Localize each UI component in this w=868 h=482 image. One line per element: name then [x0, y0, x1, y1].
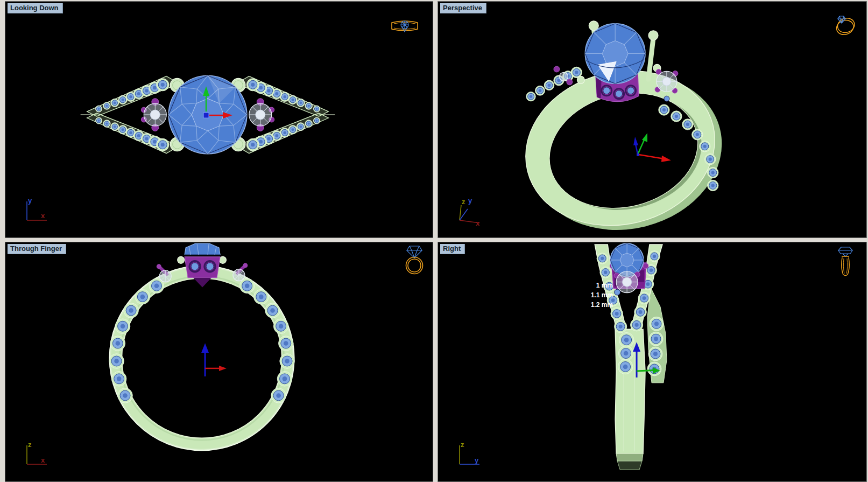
axis-indicator: z y: [453, 438, 491, 472]
side-stone-right[interactable]: [249, 99, 274, 131]
viewport-through-finger[interactable]: Through Finger z x: [5, 242, 433, 482]
ring-model-front-view[interactable]: [5, 242, 433, 481]
axis-label-z: z: [461, 441, 464, 449]
axis-label-x: x: [476, 219, 480, 227]
viewport-tab-looking-down[interactable]: Looking Down: [8, 3, 63, 13]
center-stone[interactable]: [185, 243, 220, 255]
dimension-label: 1.2 mm: [562, 302, 613, 309]
axis-label-x: x: [41, 456, 45, 464]
ring-model-top-view[interactable]: [5, 2, 433, 237]
viewport-tab-right[interactable]: Right: [440, 244, 465, 254]
center-stone[interactable]: [585, 24, 645, 83]
axis-label-y: y: [468, 197, 472, 205]
side-stone-left[interactable]: [141, 99, 166, 131]
axis-indicator: z y x: [453, 194, 491, 228]
dimension-label: 1.1 mm: [562, 292, 613, 299]
viewport-tab-perspective[interactable]: Perspective: [440, 3, 486, 13]
viewport-looking-down[interactable]: Looking Down y x: [5, 1, 433, 238]
viewport-perspective[interactable]: Perspective z y x: [437, 1, 867, 238]
axis-label-z: z: [462, 198, 465, 206]
ring-perspective-icon: [831, 15, 859, 37]
viewport-right[interactable]: 1 mm 1.1 mm 1.2 mm Right z y: [437, 242, 867, 482]
axis-indicator: z x: [20, 438, 58, 472]
axis-indicator: y x: [20, 194, 58, 228]
ring-side-view-icon: [837, 246, 853, 277]
ring-front-view-icon: [402, 244, 427, 275]
ring-model-side-view[interactable]: [438, 242, 866, 481]
side-stone[interactable]: [614, 271, 640, 295]
axis-label-y: y: [475, 456, 479, 464]
axis-label-y: y: [28, 197, 32, 205]
viewport-tab-through-finger[interactable]: Through Finger: [8, 244, 66, 254]
axis-label-x: x: [41, 212, 45, 220]
ring-top-view-icon: [389, 18, 421, 34]
ring-model-perspective[interactable]: [438, 2, 866, 237]
dimension-label: 1 mm: [562, 282, 613, 289]
axis-label-z: z: [28, 441, 32, 449]
